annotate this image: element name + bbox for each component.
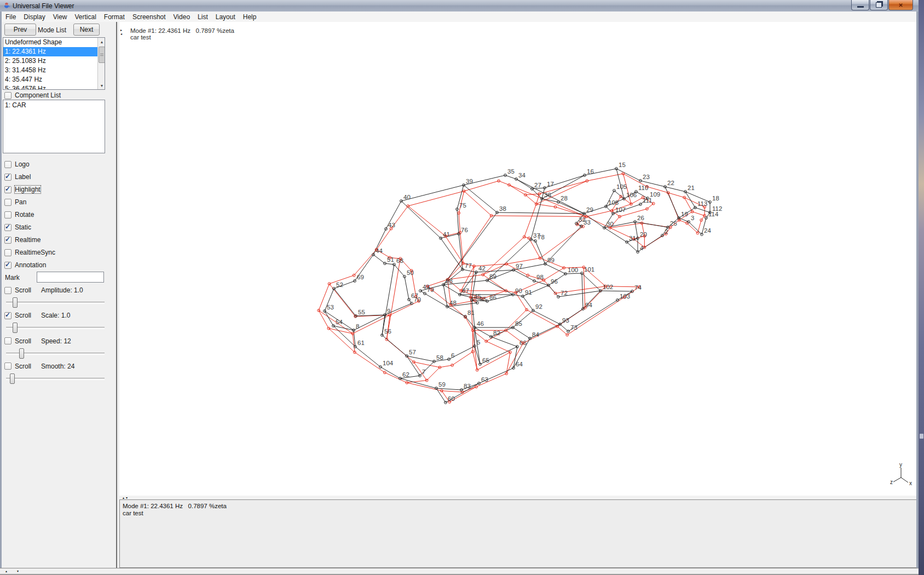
title-bar: Universal File Viewer ✕ [0,0,919,12]
static-checkbox[interactable] [4,224,11,231]
next-button[interactable]: Next [73,24,100,36]
mode-list-item[interactable]: 5: 36.4576 Hz [3,84,105,90]
scroll-checkbox[interactable] [4,363,11,370]
toggle-row-static[interactable]: Static [4,222,31,233]
node-label: 29 [586,206,593,213]
node-label: 102 [603,284,613,290]
node-label: 74 [634,284,642,291]
toggle-row-label[interactable]: Label [4,171,31,182]
label-checkbox[interactable] [4,174,11,181]
toggle-row-realtimesync[interactable]: RealtimeSync [4,247,55,258]
toggle-row-rotate[interactable]: Rotate [4,209,34,220]
mode-list-scrollbar[interactable]: ▲ ▼ [97,38,105,89]
node-label: 62 [402,371,409,378]
control-sidebar: Prev Mode List Next Undeformed Shape1: 2… [2,22,115,568]
mode-list[interactable]: Undeformed Shape1: 22.4361 Hz2: 25.1083 … [3,37,105,90]
component-list-checkbox-row[interactable]: Component List [4,90,61,101]
menu-item-format[interactable]: Format [100,12,129,22]
highlight-checkbox[interactable] [4,186,11,193]
scroll-checkbox[interactable] [4,312,11,319]
mark-input[interactable] [37,272,104,283]
scroll-row-2[interactable]: ScrollSpeed: 12 [4,336,71,347]
slider-groove[interactable] [6,302,105,304]
mode-list-item[interactable]: 1: 22.4361 Hz [3,47,105,56]
scroll-up-icon[interactable]: ▲ [98,38,105,45]
slider-thumb[interactable] [13,323,18,333]
menu-item-screenshot[interactable]: Screenshot [129,12,170,22]
model-viewport[interactable]: ▸◂ Mode #1: 22.4361 Hz 0.7897 %zetacar t… [119,22,916,496]
node-label: 65 [482,357,489,364]
mode-list-item[interactable]: 4: 35.447 Hz [3,75,105,84]
realtimesync-checkbox[interactable] [4,249,11,256]
toggle-row-realtime[interactable]: Realtime [4,234,41,245]
menu-item-vertical[interactable]: Vertical [71,12,100,22]
node-label: 18 [712,195,719,202]
close-button[interactable]: ✕ [888,0,913,10]
scroll-row-0[interactable]: ScrollAmplitude: 1.0 [4,285,83,296]
node-label: 68 [396,257,403,264]
slider-thumb[interactable] [10,373,15,384]
prev-button[interactable]: Prev [4,24,36,36]
close-icon: ✕ [898,2,903,8]
realtime-checkbox[interactable] [4,237,11,244]
node-label: 88 [446,278,453,284]
toggle-row-annotation[interactable]: Annotation [4,260,46,271]
component-list-checkbox[interactable] [4,92,11,99]
node-label: 83 [464,383,471,389]
restore-button[interactable] [870,0,888,10]
slider-groove[interactable] [6,327,105,329]
slider-thumb[interactable] [19,348,24,359]
node-label: 51 [387,256,394,263]
node-label: 27 [534,182,541,188]
minimize-button[interactable] [851,0,869,10]
menu-item-file[interactable]: File [2,12,20,22]
node-label: 105 [616,183,627,190]
slider-thumb[interactable] [13,297,18,308]
menu-item-video[interactable]: Video [170,12,194,22]
car-wireframe[interactable]: 2345678915161718192021222324252627282930… [119,22,916,496]
node-label: 34 [518,172,525,179]
menu-item-help[interactable]: Help [239,12,261,22]
toggle-row-logo[interactable]: Logo [4,159,30,170]
pan-checkbox[interactable] [4,199,11,206]
slider-groove[interactable] [6,353,105,355]
menu-item-layout[interactable]: Layout [212,12,239,22]
node-label: 59 [438,381,446,388]
node-label: 16 [587,168,594,175]
mode-list-item[interactable]: 2: 25.1083 Hz [3,56,105,66]
scroll-checkbox[interactable] [4,337,11,344]
mode-list-item[interactable]: Undeformed Shape [3,38,105,47]
menu-item-view[interactable]: View [49,12,71,22]
node-label: 40 [403,194,411,200]
logo-checkbox[interactable] [4,161,11,168]
mode-list-item[interactable]: 3: 31.4458 Hz [3,66,105,75]
scroll-down-icon[interactable]: ▼ [98,82,105,89]
scroll-label: Scroll [15,312,31,319]
annotation-checkbox[interactable] [4,262,11,269]
node-label: 9 [387,308,390,314]
node-label: 44 [376,248,383,254]
component-list[interactable]: 1: CAR [3,100,105,153]
node-label: 95 [480,296,487,302]
component-list-item[interactable]: 1: CAR [3,100,105,109]
rotate-checkbox[interactable] [4,211,11,219]
toggle-row-highlight[interactable]: Highlight [4,184,41,195]
node-label: 58 [436,354,443,361]
scrollbar-thumb[interactable] [99,47,105,63]
scroll-row-1[interactable]: ScrollScale: 1.0 [4,310,70,321]
toggle-row-pan[interactable]: Pan [4,197,26,208]
node-label: 69 [357,274,364,280]
vertical-splitter[interactable] [115,22,119,568]
scroll-row-3[interactable]: ScrollSmooth: 24 [4,361,74,372]
restore-icon [876,2,882,8]
node-label: 15 [619,162,626,168]
menu-item-display[interactable]: Display [20,12,49,22]
menu-bar: FileDisplayViewVerticalFormatScreenshotV… [2,12,917,22]
node-label: 94 [585,302,592,308]
scroll-checkbox[interactable] [4,287,11,294]
slider-groove[interactable] [6,378,105,380]
menu-item-list[interactable]: List [194,12,212,22]
node-label: 77 [465,262,472,269]
bottom-splitter-strip[interactable]: ▴▾ [0,568,919,575]
horizontal-splitter[interactable]: ▴▾ [119,496,916,499]
